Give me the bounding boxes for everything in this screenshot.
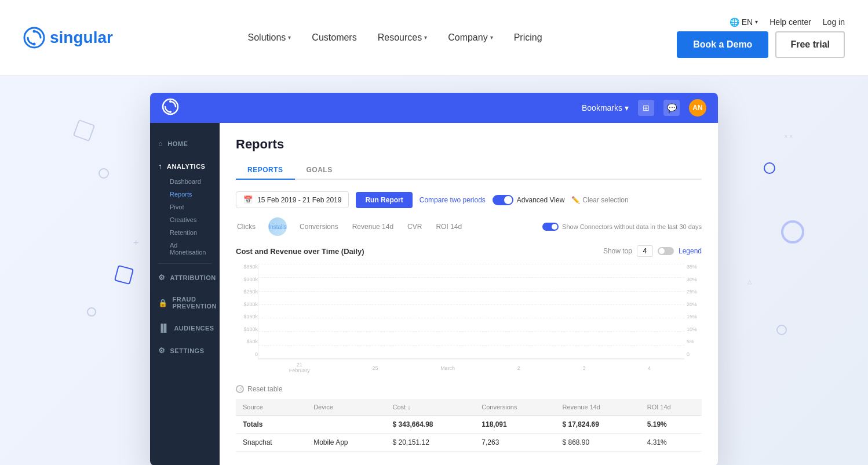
- table-header-row: Source Device Cost ↓ Conversions Revenue…: [236, 399, 702, 416]
- bookmarks-button[interactable]: Bookmarks ▾: [582, 103, 629, 112]
- svg-point-1: [33, 30, 36, 32]
- chart-header: Cost and Revenue over Time (Daily) Show …: [236, 245, 702, 257]
- sidebar-item-analytics[interactable]: ↑ ANALYTICS: [150, 157, 220, 175]
- metric-conversions[interactable]: Conversions: [298, 220, 340, 233]
- nav-pricing[interactable]: Pricing: [514, 32, 542, 43]
- run-report-button[interactable]: Run Report: [356, 192, 412, 208]
- svg-point-5: [169, 111, 172, 113]
- chart-container: $350k $300k $250k $200k $150k $100k $50k…: [236, 264, 702, 359]
- main-content: Reports REPORTS GOALS 📅 15 Feb 2019 - 21…: [220, 123, 718, 465]
- clear-selection-button[interactable]: ✏️ Clear selection: [571, 196, 628, 204]
- chevron-down-icon-bookmarks: ▾: [625, 103, 629, 112]
- y-axis-left: $350k $300k $250k $200k $150k $100k $50k…: [236, 264, 258, 359]
- sidebar-sub-admon[interactable]: Ad Monetisation: [150, 239, 220, 259]
- cell-roi: 4.31%: [640, 434, 702, 452]
- chevron-down-icon-2: ▾: [424, 34, 427, 41]
- y-axis-right: 35% 30% 25% 20% 15% 10% 5% 0: [684, 264, 702, 359]
- nav-customers[interactable]: Customers: [312, 32, 356, 43]
- nav-solutions[interactable]: Solutions ▾: [248, 32, 291, 43]
- logo-text: singular: [50, 28, 113, 47]
- legend-label[interactable]: Legend: [679, 247, 702, 255]
- free-trial-button[interactable]: Free trial: [775, 31, 845, 58]
- table-row: Snapchat Mobile App $ 20,151.12 7,263 $ …: [236, 434, 702, 452]
- calendar-icon: 📅: [243, 195, 253, 204]
- sidebar-sub-dashboard[interactable]: Dashboard: [150, 175, 220, 188]
- data-table: Source Device Cost ↓ Conversions Revenue…: [236, 399, 702, 452]
- advanced-view-toggle-wrap: Advanced View: [493, 195, 565, 205]
- book-demo-button[interactable]: Book a Demo: [677, 31, 768, 58]
- reset-icon: ↺: [236, 385, 244, 393]
- date-range-picker[interactable]: 📅 15 Feb 2019 - 21 Feb 2019: [236, 191, 349, 208]
- metric-clicks[interactable]: Clicks: [236, 220, 257, 233]
- globe-icon: 🌐: [730, 17, 739, 27]
- reset-table-button[interactable]: ↺ Reset table: [236, 385, 702, 393]
- app-header: Bookmarks ▾ ⊞ 💬 AN: [150, 93, 718, 123]
- metric-revenue[interactable]: Revenue 14d: [351, 220, 395, 233]
- sidebar-item-audiences[interactable]: ▐▌ AUDIENCES: [150, 319, 220, 337]
- cell-device: [307, 416, 385, 434]
- toolbar: 📅 15 Feb 2019 - 21 Feb 2019 Run Report C…: [236, 191, 702, 208]
- nav-resources[interactable]: Resources ▾: [378, 32, 427, 43]
- cell-conversions: 7,263: [475, 434, 555, 452]
- col-source[interactable]: Source: [236, 399, 307, 416]
- chart-section: Cost and Revenue over Time (Daily) Show …: [236, 245, 702, 373]
- sidebar-item-home[interactable]: ⌂ HOME: [150, 135, 220, 152]
- lang-selector[interactable]: 🌐 EN ▾: [730, 17, 758, 27]
- compare-periods-button[interactable]: Compare two periods: [420, 196, 486, 204]
- show-connectors-toggle[interactable]: [542, 223, 559, 231]
- metric-installs-circle[interactable]: Installs: [268, 217, 287, 236]
- sidebar-sub-pivot[interactable]: Pivot: [150, 201, 220, 213]
- login-link[interactable]: Log in: [823, 17, 845, 27]
- show-connectors-toggle-wrap: Show Connectors without data in the last…: [542, 223, 702, 231]
- app-body: ⌂ HOME ↑ ANALYTICS Dashboard Reports Piv…: [150, 123, 718, 465]
- show-top-input[interactable]: [637, 245, 653, 257]
- x-axis: 21 February 25 March 2 3: [236, 362, 702, 373]
- col-conversions[interactable]: Conversions: [475, 399, 555, 416]
- sidebar-item-settings[interactable]: ⚙ SETTINGS: [150, 342, 220, 359]
- col-revenue[interactable]: Revenue 14d: [555, 399, 640, 416]
- col-roi[interactable]: ROI 14d: [640, 399, 702, 416]
- table-section: ↺ Reset table Source Device Cost ↓ Conve…: [236, 385, 702, 452]
- legend-toggle[interactable]: [658, 247, 674, 255]
- sidebar-sub-creatives[interactable]: Creatives: [150, 213, 220, 226]
- home-icon: ⌂: [158, 139, 163, 148]
- col-device[interactable]: Device: [307, 399, 385, 416]
- pencil-icon: ✏️: [571, 196, 580, 204]
- chart-plot: [258, 264, 684, 359]
- tab-reports[interactable]: REPORTS: [236, 161, 295, 180]
- sidebar-sub-retention[interactable]: Retention: [150, 226, 220, 239]
- metric-cvr[interactable]: CVR: [406, 220, 423, 233]
- attribution-icon: ⚙: [158, 273, 166, 282]
- svg-point-2: [33, 42, 36, 45]
- sidebar-item-fraud[interactable]: 🔒 FRAUD PREVENTION: [150, 291, 220, 314]
- metric-roi[interactable]: ROI 14d: [435, 220, 463, 233]
- sidebar-item-attribution[interactable]: ⚙ ATTRIBUTION: [150, 268, 220, 286]
- nav-right-group: 🌐 EN ▾ Help center Log in Book a Demo Fr…: [677, 17, 845, 58]
- cell-device: Mobile App: [307, 434, 385, 452]
- cell-roi: 5.19%: [640, 416, 702, 434]
- sidebar-sub-reports[interactable]: Reports: [150, 188, 220, 201]
- lock-icon: 🔒: [158, 299, 168, 307]
- chevron-down-icon-lang: ▾: [755, 19, 758, 25]
- cell-cost: $ 20,151.12: [385, 434, 475, 452]
- col-cost[interactable]: Cost ↓: [385, 399, 475, 416]
- advanced-view-toggle[interactable]: [493, 195, 513, 205]
- chevron-down-icon-3: ▾: [490, 34, 493, 41]
- nav-company[interactable]: Company ▾: [448, 32, 493, 43]
- chat-icon[interactable]: 💬: [663, 100, 680, 116]
- logo[interactable]: singular: [23, 27, 113, 49]
- app-window: Bookmarks ▾ ⊞ 💬 AN ⌂ HOME: [150, 93, 718, 465]
- user-avatar[interactable]: AN: [689, 99, 706, 117]
- tabs: REPORTS GOALS: [236, 161, 702, 180]
- cell-source: Snapchat: [236, 434, 307, 452]
- chart-controls: Show top Legend: [603, 245, 702, 257]
- audiences-icon: ▐▌: [158, 324, 169, 332]
- apps-grid-icon[interactable]: ⊞: [638, 100, 654, 116]
- nav-links: Solutions ▾ Customers Resources ▾ Compan…: [248, 32, 542, 43]
- chevron-down-icon: ▾: [288, 34, 291, 41]
- help-center-link[interactable]: Help center: [769, 17, 811, 27]
- app-header-right: Bookmarks ▾ ⊞ 💬 AN: [582, 99, 706, 117]
- svg-point-4: [169, 100, 172, 103]
- tab-goals[interactable]: GOALS: [295, 161, 344, 180]
- cell-revenue: $ 17,824.69: [555, 416, 640, 434]
